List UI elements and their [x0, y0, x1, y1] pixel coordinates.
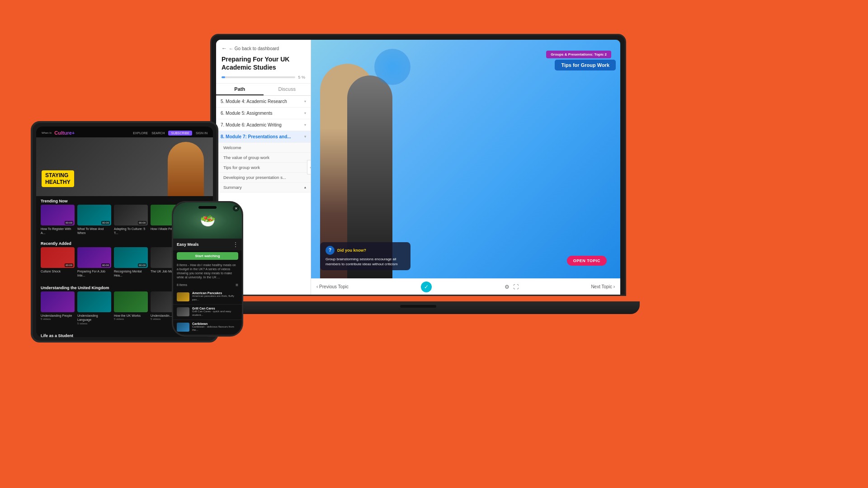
- duration-2: 00:00: [101, 221, 110, 225]
- prev-topic-button[interactable]: ‹ Previous Topic: [316, 284, 349, 289]
- tablet-nav: EXPLORE SEARCH SUBSCRIBE SIGN IN: [133, 131, 208, 136]
- understanding-label-2: Understanding Language 5 videos: [77, 314, 111, 325]
- tab-path[interactable]: Path: [216, 84, 264, 95]
- module-7-chevron: ▾: [304, 135, 306, 139]
- phone-description: 8 Items - How do I make healthy meals on…: [173, 262, 242, 281]
- recent-label-1: Culture Shock: [41, 269, 75, 273]
- back-arrow-icon: ←: [222, 45, 227, 52]
- video-player-area: Groups & Presentations: Topic 2 Tips for…: [311, 40, 620, 278]
- laptop-body: ← ← Go back to dashboard Preparing For Y…: [210, 34, 626, 296]
- sidebar-tabs: Path Discuss: [216, 84, 311, 96]
- list-title-1: American Pancakes: [192, 291, 238, 295]
- recent-label-2: Preparing For A Job Inte...: [77, 269, 111, 277]
- module-6-item[interactable]: 7. Module 6: Academic Writing ▾: [216, 119, 311, 131]
- trending-thumb-2: 00:00: [77, 205, 111, 225]
- phone-close-button[interactable]: ✕: [233, 205, 239, 211]
- module-7-subitems: Welcome The value of group work Tips for…: [216, 143, 311, 192]
- module-7-item[interactable]: 8. Module 7: Presentations and... ▾: [216, 131, 311, 143]
- badge-group-presentations: Groups & Presentations: Topic 2: [546, 51, 611, 58]
- trending-label-1: How To Register With A...: [41, 227, 75, 235]
- sidebar-header: ← ← Go back to dashboard Preparing For Y…: [216, 40, 311, 84]
- checkmark-icon: ✓: [424, 284, 429, 290]
- module-6-label: 7. Module 6: Academic Writing: [221, 122, 282, 127]
- items-count-label: 8 Items: [177, 283, 187, 286]
- hero-badge: STAYINGHEALTHY: [42, 170, 74, 187]
- phone-body: 🥗 ✕ Easy Meals ⋮ Start watching 8 Items …: [172, 201, 243, 337]
- list-sub-1: American pancakes are thick, fluffy pan.…: [192, 295, 238, 302]
- food-emoji-icon: 🥗: [200, 213, 216, 228]
- hero-person-silhouette: [168, 142, 204, 196]
- module-7-label: 8. Module 7: Presentations and...: [221, 134, 291, 139]
- logo-when-text: When In: [42, 131, 52, 134]
- badge-tips-for-group-work: Tips for Group Work: [555, 60, 616, 70]
- back-to-dashboard[interactable]: ← ← Go back to dashboard: [222, 45, 305, 52]
- list-thumb-2: [177, 307, 189, 316]
- list-thumb-1: [177, 292, 189, 301]
- recent-duration-3: 00:00: [138, 263, 146, 267]
- fullscreen-icon[interactable]: ⛶: [513, 284, 519, 290]
- module-4-item[interactable]: 5. Module 4: Academic Research ▾: [216, 96, 311, 108]
- open-topic-button[interactable]: OPEN TOPIC: [567, 256, 607, 266]
- video-controls-bar: ‹ Previous Topic ✓ ⚙ ⛶ Next Topic ›: [311, 278, 620, 295]
- trending-video-1[interactable]: 00:00 How To Register With A...: [41, 205, 75, 235]
- understanding-video-2[interactable]: Understanding Language 5 videos: [77, 291, 111, 325]
- trending-label-3: Adapting To Culture: 5 T...: [114, 227, 148, 235]
- next-topic-button[interactable]: Next Topic ›: [591, 284, 615, 289]
- blue-circle-decoration: [374, 49, 410, 85]
- subitem-welcome[interactable]: Welcome: [216, 143, 311, 153]
- phone-device: 🥗 ✕ Easy Meals ⋮ Start watching 8 Items …: [172, 201, 243, 337]
- tablet-hero-image: STAYINGHEALTHY: [36, 137, 213, 196]
- list-info-2: Grill Can Cares Grill Can Cares - quick …: [192, 307, 238, 317]
- module-6-chevron: ▾: [304, 123, 306, 127]
- recent-video-3[interactable]: 00:00 Recognising Mental Hea...: [114, 247, 148, 277]
- settings-icon[interactable]: ⚙: [505, 284, 509, 290]
- understanding-video-1[interactable]: Understanding People 5 videos: [41, 291, 75, 325]
- understanding-video-3[interactable]: How the UK Works 5 videos: [114, 291, 148, 325]
- understanding-thumb-1: [41, 291, 75, 312]
- recent-thumb-3: 00:00: [114, 247, 148, 268]
- video-control-icons: ⚙ ⛶: [505, 284, 519, 290]
- understanding-label-1: Understanding People 5 videos: [41, 314, 75, 321]
- progress-bar-container: 5 %: [222, 75, 305, 80]
- list-item-3[interactable]: Caribbean Caribbean - delicious flavours…: [173, 320, 242, 335]
- list-sub-3: Caribbean - delicious flavours from the.…: [192, 325, 238, 333]
- start-watching-button[interactable]: Start watching: [177, 252, 238, 260]
- sidebar-collapse-button[interactable]: «: [307, 160, 311, 174]
- laptop-screen: ← ← Go back to dashboard Preparing For Y…: [216, 40, 620, 295]
- list-sub-2: Grill Can Cares - quick and easy student…: [192, 310, 238, 317]
- list-item-1[interactable]: American Pancakes American pancakes are …: [173, 289, 242, 305]
- tablet-logo: When In Culture+: [42, 130, 75, 136]
- module-5-item[interactable]: 6. Module 5: Assignments ▾: [216, 108, 311, 119]
- subitem-value[interactable]: The value of group work: [216, 153, 311, 163]
- trending-video-2[interactable]: 00:00 What To Wear And When: [77, 205, 111, 235]
- topic-progress-indicator: ✓: [421, 282, 432, 292]
- did-you-know-header: ? Did you know?: [326, 246, 405, 255]
- nav-search[interactable]: SEARCH: [151, 131, 165, 135]
- recent-thumb-2: 00:00: [77, 247, 111, 268]
- recent-video-2[interactable]: 00:00 Preparing For A Job Inte...: [77, 247, 111, 277]
- module-4-label: 5. Module 4: Academic Research: [221, 99, 287, 104]
- trending-thumb-1: 00:00: [41, 205, 75, 225]
- nav-explore[interactable]: EXPLORE: [133, 131, 148, 135]
- nav-signin[interactable]: SIGN IN: [196, 131, 208, 135]
- main-content-area: Groups & Presentations: Topic 2 Tips for…: [311, 40, 620, 295]
- items-sort-icon[interactable]: ≡: [236, 282, 238, 287]
- progress-bar-background: [222, 76, 295, 78]
- tablet-app-header: When In Culture+ EXPLORE SEARCH SUBSCRIB…: [36, 127, 213, 137]
- subitem-tips[interactable]: Tips for group work: [216, 163, 311, 173]
- subitem-summary[interactable]: Summary ▴: [216, 183, 311, 192]
- nav-subscribe[interactable]: SUBSCRIBE: [168, 131, 192, 136]
- list-title-2: Grill Can Cares: [192, 307, 238, 310]
- app-more-button[interactable]: ⋮: [233, 241, 238, 248]
- trending-video-3[interactable]: 00:00 Adapting To Culture: 5 T...: [114, 205, 148, 235]
- summary-collapse-icon: ▴: [304, 185, 306, 189]
- recent-duration-2: 00:00: [101, 263, 110, 267]
- recent-video-1[interactable]: 00:00 Culture Shock: [41, 247, 75, 277]
- did-you-know-title: Did you know?: [337, 248, 366, 253]
- progress-percentage: 5 %: [298, 75, 305, 80]
- subitem-developing[interactable]: Developing your presentation s...: [216, 173, 311, 183]
- tab-discuss[interactable]: Discuss: [264, 84, 311, 95]
- list-item-2[interactable]: Grill Can Cares Grill Can Cares - quick …: [173, 305, 242, 320]
- progress-bar-fill: [222, 76, 225, 78]
- phone-app: 🥗 ✕ Easy Meals ⋮ Start watching 8 Items …: [173, 202, 242, 335]
